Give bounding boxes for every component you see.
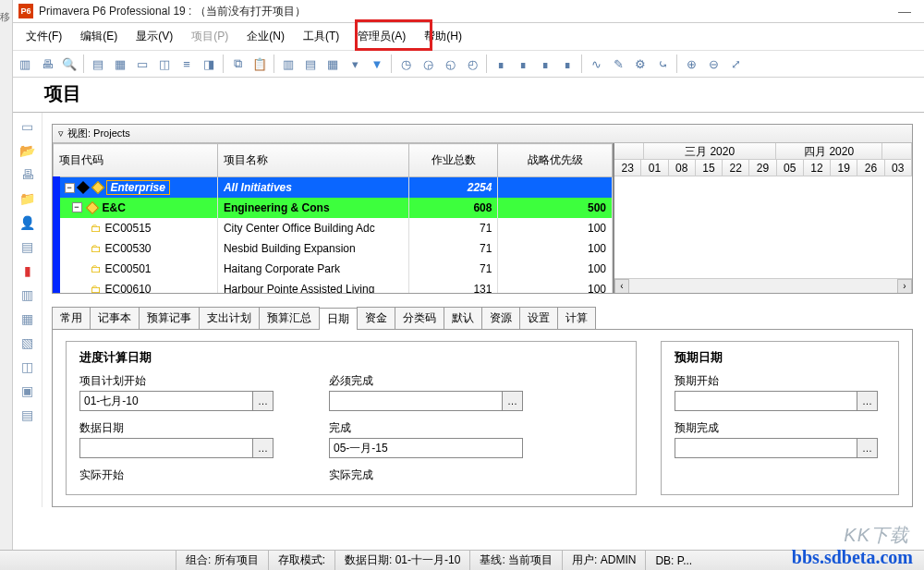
tab-2[interactable]: 预算记事 xyxy=(139,307,200,329)
tb-tool-icon[interactable]: ✎ xyxy=(608,54,628,74)
tb-role-icon[interactable]: ∎ xyxy=(535,54,555,74)
tb-cols-icon[interactable]: ▥ xyxy=(278,54,298,74)
date-picker-icon[interactable]: … xyxy=(857,439,877,457)
app-icon: P6 xyxy=(18,4,33,18)
view-bar[interactable]: ▿ 视图: Projects xyxy=(53,125,912,143)
tb-zoomout-icon[interactable]: ⊖ xyxy=(703,54,723,74)
rail-user-icon[interactable]: 👤 xyxy=(19,214,36,231)
tb-res-icon[interactable]: ∎ xyxy=(491,54,511,74)
tab-5[interactable]: 日期 xyxy=(319,308,358,330)
rail-imp-icon[interactable]: ▧ xyxy=(19,334,36,351)
tb-cost-icon[interactable]: ∎ xyxy=(513,54,533,74)
date-picker-icon[interactable]: … xyxy=(252,439,273,457)
input-data-date[interactable]: … xyxy=(79,438,274,458)
tl-day: 29 xyxy=(749,160,776,176)
tb-set-icon[interactable]: ⚙ xyxy=(630,54,650,74)
table-row[interactable]: 🗀EC00610 Harbour Pointe Assisted Living1… xyxy=(54,279,613,294)
tab-8[interactable]: 默认 xyxy=(444,307,482,329)
tb-chart-icon[interactable]: ∿ xyxy=(586,54,606,74)
tb-wbs-icon[interactable]: ◨ xyxy=(199,54,219,74)
date-picker-icon[interactable]: … xyxy=(857,392,877,410)
gantt-area[interactable]: 三月 2020 四月 2020 2301081522290512192603 ‹… xyxy=(614,143,912,293)
tb-update-icon[interactable]: ◴ xyxy=(462,54,482,74)
tb-zoomin-icon[interactable]: ⊕ xyxy=(681,54,701,74)
tb-expand-icon[interactable]: ⤢ xyxy=(725,54,746,74)
input-finish[interactable] xyxy=(329,438,523,458)
tab-0[interactable]: 常用 xyxy=(52,307,91,329)
rail-wbs-icon[interactable]: ▣ xyxy=(19,382,36,399)
row-ec[interactable]: −E&C Engineering & Cons 608 500 xyxy=(54,198,613,218)
input-ant-start[interactable]: … xyxy=(675,391,878,411)
row-enterprise[interactable]: −Enterprise All Initiatives 2254 xyxy=(54,177,613,198)
tb-code-icon[interactable]: ∎ xyxy=(557,54,578,74)
tb-copy-icon[interactable]: ⧉ xyxy=(227,54,248,74)
tb-layout-icon[interactable]: ▤ xyxy=(300,54,321,74)
tab-7[interactable]: 分类码 xyxy=(395,307,444,329)
scroll-right-icon[interactable]: › xyxy=(897,279,912,294)
tb-calc-icon[interactable]: ◵ xyxy=(440,54,460,74)
tl-day: 12 xyxy=(804,160,831,176)
left-rail: ▭ 📂 🖶 📁 👤 ▤ ▮ ▥ ▦ ▧ ◫ ▣ ▤ xyxy=(13,113,43,507)
col-code[interactable]: 项目代码 xyxy=(59,153,103,166)
tab-10[interactable]: 设置 xyxy=(519,307,558,329)
tab-9[interactable]: 资源 xyxy=(481,307,520,329)
tb-group-icon[interactable]: ▦ xyxy=(322,54,343,74)
scroll-left-icon[interactable]: ‹ xyxy=(614,279,629,294)
gantt-h-scrollbar[interactable]: ‹ › xyxy=(614,278,912,293)
col-priority[interactable]: 战略优先级 xyxy=(528,153,583,166)
rail-bar-icon[interactable]: ▮ xyxy=(19,262,36,279)
tab-11[interactable]: 计算 xyxy=(557,307,596,329)
rail-projects-icon[interactable]: ▭ xyxy=(19,118,36,135)
input-ant-finish[interactable]: … xyxy=(675,438,878,458)
rail-folder-icon[interactable]: 📁 xyxy=(19,190,36,207)
tab-6[interactable]: 资金 xyxy=(357,307,395,329)
menu-tools[interactable]: 工具(T) xyxy=(296,26,346,47)
table-row[interactable]: 🗀EC00515 City Center Office Building Adc… xyxy=(54,218,613,238)
tb-network-icon[interactable]: ◫ xyxy=(154,54,175,74)
rail-open-icon[interactable]: 📂 xyxy=(19,142,36,159)
rail-exp-icon[interactable]: ▦ xyxy=(19,310,36,327)
tb-level-icon[interactable]: ◶ xyxy=(418,54,438,74)
tb-trace-icon[interactable]: ≡ xyxy=(176,54,197,74)
menu-bar: 文件(F) 编辑(E) 显示(V) 项目(P) 企业(N) 工具(T) 管理员(… xyxy=(13,23,924,50)
menu-help[interactable]: 帮助(H) xyxy=(417,26,469,47)
tab-3[interactable]: 支出计划 xyxy=(199,307,260,329)
rail-doc-icon[interactable]: ▥ xyxy=(19,286,36,303)
menu-admin[interactable]: 管理员(A) xyxy=(350,26,413,47)
menu-project[interactable]: 项目(P) xyxy=(184,26,236,47)
tb-sort-icon[interactable]: ▾ xyxy=(345,54,365,74)
page-title: 项目 xyxy=(13,78,924,113)
menu-edit[interactable]: 编辑(E) xyxy=(73,26,125,47)
collapse-icon[interactable]: − xyxy=(65,183,75,193)
rail-report-icon[interactable]: ▤ xyxy=(19,238,36,255)
rail-step-icon[interactable]: ◫ xyxy=(19,358,36,375)
tb-new-icon[interactable]: ▥ xyxy=(15,54,35,74)
col-activities[interactable]: 作业总数 xyxy=(432,153,476,166)
tb-paste-icon[interactable]: 📋 xyxy=(249,54,270,74)
tab-4[interactable]: 预算汇总 xyxy=(259,307,320,329)
tb-filter-icon[interactable]: ▼ xyxy=(367,54,387,74)
menu-enterprise[interactable]: 企业(N) xyxy=(239,26,292,47)
menu-file[interactable]: 文件(F) xyxy=(18,26,69,47)
minimize-button[interactable]: — xyxy=(891,4,918,18)
collapse-icon[interactable]: − xyxy=(72,202,82,212)
rail-print-icon[interactable]: 🖶 xyxy=(19,166,36,183)
tb-gantt-icon[interactable]: ▤ xyxy=(88,54,108,74)
tb-table-icon[interactable]: ▦ xyxy=(110,54,130,74)
table-row[interactable]: 🗀EC00530 Nesbid Building Expansion71100 xyxy=(54,238,613,259)
tab-1[interactable]: 记事本 xyxy=(90,307,140,329)
tb-bar-icon[interactable]: ▭ xyxy=(132,54,152,74)
input-must-finish[interactable]: … xyxy=(329,391,523,411)
tb-schedule-icon[interactable]: ◷ xyxy=(395,54,416,74)
tb-link-icon[interactable]: ⤿ xyxy=(652,54,673,74)
date-picker-icon[interactable]: … xyxy=(252,392,273,410)
tb-preview-icon[interactable]: 🔍 xyxy=(59,54,79,74)
projects-table[interactable]: 项目代码 项目名称 作业总数 战略优先级 −Enterprise All Ini… xyxy=(53,143,613,293)
col-name[interactable]: 项目名称 xyxy=(224,153,268,166)
date-picker-icon[interactable]: … xyxy=(502,392,522,410)
input-plan-start[interactable]: … xyxy=(79,391,274,411)
menu-view[interactable]: 显示(V) xyxy=(128,26,180,47)
rail-act-icon[interactable]: ▤ xyxy=(19,406,36,423)
table-row[interactable]: 🗀EC00501 Haitang Corporate Park71100 xyxy=(54,259,613,279)
tb-print-icon[interactable]: 🖶 xyxy=(37,54,57,74)
